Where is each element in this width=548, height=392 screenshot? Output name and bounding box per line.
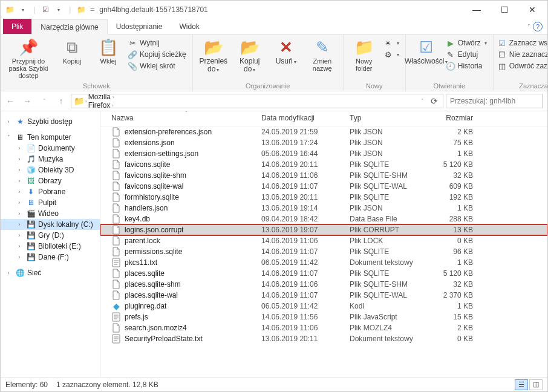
- cut-button[interactable]: ✂Wytnij: [128, 38, 186, 48]
- close-button[interactable]: ✕: [518, 1, 546, 19]
- down-chevron-icon[interactable]: ▾: [18, 4, 28, 15]
- tab-file[interactable]: Plik: [3, 19, 31, 34]
- easy-access-button[interactable]: ⚙▾: [383, 50, 399, 59]
- search-input[interactable]: Przeszukaj: gnh4lbh: [446, 94, 543, 108]
- file-size: 2 KB: [425, 128, 473, 136]
- new-folder-button[interactable]: 📁Nowy folder: [347, 36, 381, 73]
- copy-to-button[interactable]: 📂Kopiuj do▾: [233, 36, 267, 74]
- file-row[interactable]: formhistory.sqlite13.06.2019 20:11Plik S…: [100, 192, 547, 203]
- file-row[interactable]: prefs.js14.06.2019 11:56Plik JavaScript1…: [100, 312, 547, 322]
- collapse-icon[interactable]: ˅: [4, 134, 13, 140]
- tab-share[interactable]: Udostępnianie: [108, 19, 171, 34]
- file-type: Data Base File: [350, 215, 425, 223]
- nav-documents[interactable]: ›📄Dokumenty: [1, 143, 100, 154]
- paste-shortcut-button[interactable]: 📎Wklej skrót: [128, 61, 186, 71]
- recent-locations-button[interactable]: ˅: [37, 94, 51, 108]
- nav-desktop[interactable]: ›🖥Pulpit: [1, 197, 100, 208]
- maximize-button[interactable]: ☐: [491, 1, 518, 19]
- file-row[interactable]: places.sqlite-wal14.06.2019 11:07Plik SQ…: [100, 290, 547, 301]
- select-none-button[interactable]: ☐Nie zaznaczaj nic: [497, 50, 548, 59]
- down-chevron-icon[interactable]: ▾: [53, 4, 64, 15]
- paste-button[interactable]: 📋 Wklej: [91, 36, 125, 66]
- refresh-button[interactable]: ⟳: [428, 94, 440, 108]
- nav-drive-d[interactable]: ›💾Gry (D:): [1, 230, 100, 241]
- copy-button[interactable]: ⧉ Kopiuj: [55, 36, 89, 66]
- column-name[interactable]: ˄Nazwa: [111, 114, 261, 122]
- file-row[interactable]: handlers.json13.06.2019 19:14Plik JSON1 …: [100, 203, 547, 214]
- help-icon[interactable]: ?: [533, 22, 543, 31]
- delete-button[interactable]: ✕Usuń▾: [269, 36, 303, 67]
- file-row[interactable]: favicons.sqlite-shm14.06.2019 11:06Plik …: [100, 170, 547, 181]
- back-button[interactable]: ←: [3, 94, 18, 108]
- dropdown-button[interactable]: ˅: [417, 94, 427, 108]
- forward-button[interactable]: →: [20, 94, 34, 108]
- view-large-icons-button[interactable]: ◫: [529, 379, 543, 390]
- properties-button[interactable]: ☑Właściwości▾: [409, 36, 443, 67]
- checkbox-checked-icon[interactable]: ☑: [40, 4, 51, 15]
- file-row[interactable]: favicons.sqlite-wal14.06.2019 11:07Plik …: [100, 181, 547, 192]
- file-row[interactable]: logins.json.corrupt13.06.2019 19:07Plik …: [100, 224, 547, 235]
- chevron-right-icon[interactable]: ›: [112, 103, 114, 108]
- edit-button[interactable]: ✎Edytuj: [446, 50, 487, 59]
- easy-access-icon: ⚙: [383, 50, 393, 59]
- navigation-pane[interactable]: ›★Szybki dostęp ˅🖥Ten komputer ›📄Dokumen…: [1, 111, 100, 377]
- file-row[interactable]: extension-settings.json05.06.2019 16:44P…: [100, 148, 547, 159]
- breadcrumb-segment[interactable]: Firefox ›: [88, 101, 200, 108]
- paste-icon: 📋: [99, 37, 118, 57]
- file-row[interactable]: favicons.sqlite14.06.2019 20:11Plik SQLI…: [100, 159, 547, 170]
- file-row[interactable]: parent.lock14.06.2019 11:06Plik LOCK0 KB: [100, 235, 547, 246]
- nav-drive-e[interactable]: ›💾Biblioteki (E:): [1, 241, 100, 252]
- file-list[interactable]: extension-preferences.json24.05.2019 21:…: [100, 126, 547, 377]
- collapse-ribbon-icon[interactable]: ˅: [527, 24, 530, 30]
- nav-pictures[interactable]: ›🖼Obrazy: [1, 175, 100, 186]
- select-all-button[interactable]: ☑Zaznacz wszystko: [497, 38, 548, 48]
- file-row[interactable]: search.json.mozlz414.06.2019 11:06Plik M…: [100, 322, 547, 333]
- file-row[interactable]: permissions.sqlite14.06.2019 11:07Plik S…: [100, 246, 547, 257]
- up-button[interactable]: ↑: [54, 94, 68, 108]
- breadcrumb-segment[interactable]: Mozilla ›: [88, 94, 200, 101]
- tab-view[interactable]: Widok: [171, 19, 207, 34]
- nav-network[interactable]: ›🌐Sieć: [1, 267, 100, 278]
- file-row[interactable]: places.sqlite14.06.2019 11:07Plik SQLITE…: [100, 268, 547, 279]
- file-date: 13.06.2019 17:24: [261, 139, 350, 147]
- file-type: Plik JSON: [350, 139, 425, 147]
- history-button[interactable]: 🕘Historia: [446, 61, 487, 71]
- expand-icon[interactable]: ›: [4, 119, 13, 125]
- invert-selection-button[interactable]: ◫Odwróć zaznaczenie: [497, 61, 548, 71]
- nav-videos[interactable]: ›🎬Wideo: [1, 208, 100, 219]
- file-row[interactable]: SecurityPreloadState.txt13.06.2019 20:11…: [100, 333, 547, 344]
- file-type: Dokument tekstowy: [350, 258, 425, 267]
- select-none-icon: ☐: [497, 50, 507, 59]
- file-row[interactable]: extensions.json13.06.2019 17:24Plik JSON…: [100, 137, 547, 148]
- tab-home[interactable]: Narzędzia główne: [31, 19, 107, 34]
- main-area: ›★Szybki dostęp ˅🖥Ten komputer ›📄Dokumen…: [1, 111, 547, 377]
- minimize-button[interactable]: —: [463, 1, 491, 19]
- nav-3d-objects[interactable]: ›🧊Obiekty 3D: [1, 165, 100, 175]
- copy-path-button[interactable]: 🔗Kopiuj ścieżkę: [128, 50, 186, 59]
- nav-drive-c[interactable]: ›💾Dysk lokalny (C:): [1, 219, 100, 230]
- nav-music[interactable]: ›🎵Muzyka: [1, 154, 100, 165]
- chevron-right-icon[interactable]: ›: [113, 94, 114, 100]
- view-details-button[interactable]: ☰: [515, 379, 528, 390]
- pin-quick-access-button[interactable]: 📌 Przypnij do paska Szybki dostęp: [4, 36, 53, 80]
- file-size: 32 KB: [425, 280, 473, 289]
- move-to-button[interactable]: 📂Przenieś do▾: [197, 36, 230, 74]
- rename-button[interactable]: ✎Zmień nazwę: [305, 36, 339, 73]
- file-row[interactable]: ◆pluginreg.dat06.05.2019 11:42Kodi1 KB: [100, 301, 547, 312]
- file-row[interactable]: pkcs11.txt06.05.2019 11:42Dokument tekst…: [100, 257, 547, 268]
- nav-this-pc[interactable]: ˅🖥Ten komputer: [1, 132, 100, 143]
- file-row[interactable]: key4.db09.04.2019 18:42Data Base File288…: [100, 214, 547, 224]
- nav-drive-f[interactable]: ›💾Dane (F:): [1, 252, 100, 263]
- chevron-right-icon[interactable]: ›: [85, 99, 87, 104]
- column-date[interactable]: Data modyfikacji: [261, 114, 350, 122]
- open-button[interactable]: ▶Otwórz▾: [446, 38, 487, 48]
- copy-icon: ⧉: [67, 37, 78, 57]
- nav-downloads[interactable]: ›⬇Pobrane: [1, 186, 100, 197]
- column-type[interactable]: Typ: [350, 114, 425, 122]
- column-size[interactable]: Rozmiar: [425, 114, 473, 122]
- new-item-button[interactable]: ✴▾: [383, 38, 399, 48]
- nav-quick-access[interactable]: ›★Szybki dostęp: [1, 116, 100, 127]
- breadcrumb-bar[interactable]: 📁 › AppData ›Roaming ›Mozilla ›Firefox ›…: [71, 94, 443, 108]
- file-row[interactable]: extension-preferences.json24.05.2019 21:…: [100, 126, 547, 137]
- file-row[interactable]: places.sqlite-shm14.06.2019 11:06Plik SQ…: [100, 279, 547, 290]
